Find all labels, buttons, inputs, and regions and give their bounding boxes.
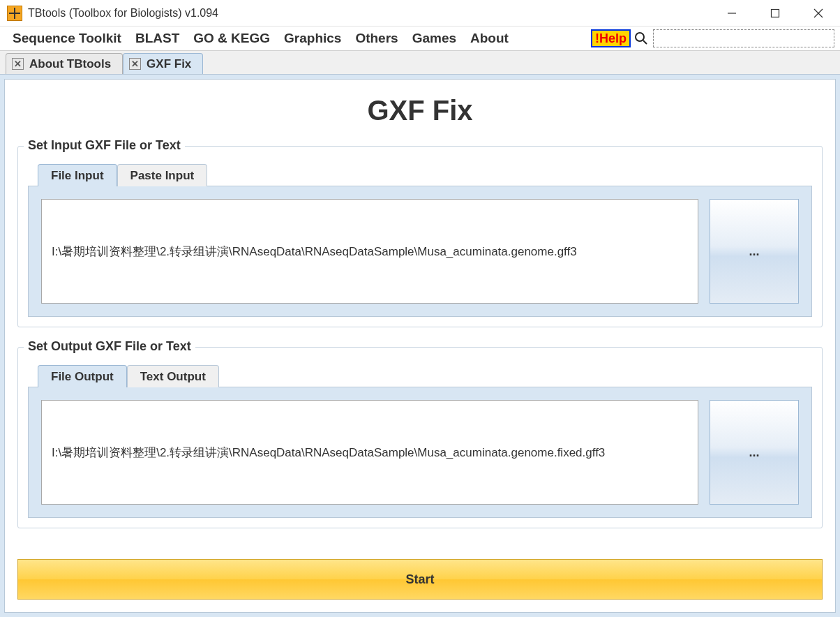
svg-point-4 [636, 33, 644, 41]
menu-go-kegg[interactable]: GO & KEGG [186, 28, 277, 49]
output-browse-button[interactable]: ... [710, 400, 799, 505]
menu-about[interactable]: About [463, 28, 516, 49]
svg-line-5 [643, 40, 647, 44]
tabstrip: ✕ About TBtools ✕ GXF Fix [0, 51, 840, 75]
tab-label: About TBtools [29, 57, 111, 71]
menubar: Sequence Toolkit BLAST GO & KEGG Graphic… [0, 27, 840, 51]
search-input[interactable] [653, 29, 834, 47]
menu-others[interactable]: Others [348, 28, 405, 49]
tab-label: GXF Fix [147, 57, 191, 71]
tab-close-icon[interactable]: ✕ [129, 58, 141, 70]
page-title: GXF Fix [17, 95, 823, 126]
subtab-paste-input[interactable]: Paste Input [117, 164, 208, 186]
menu-games[interactable]: Games [405, 28, 463, 49]
help-button[interactable]: !Help [591, 29, 631, 47]
menu-blast[interactable]: BLAST [128, 28, 186, 49]
input-file-path[interactable]: I:\暑期培训资料整理\2.转录组讲演\RNAseqData\RNAseqDat… [41, 199, 698, 304]
output-legend: Set Output GXF File or Text [24, 339, 195, 354]
input-legend: Set Input GXF File or Text [24, 138, 185, 153]
menu-sequence-toolkit[interactable]: Sequence Toolkit [6, 28, 128, 49]
minimize-button[interactable] [710, 0, 753, 27]
input-fieldset: Set Input GXF File or Text File Input Pa… [17, 146, 823, 327]
output-fieldset: Set Output GXF File or Text File Output … [17, 347, 823, 528]
input-panel: I:\暑期培训资料整理\2.转录组讲演\RNAseqData\RNAseqDat… [28, 186, 812, 317]
maximize-button[interactable] [753, 0, 797, 27]
output-panel: I:\暑期培训资料整理\2.转录组讲演\RNAseqData\RNAseqDat… [28, 387, 812, 518]
content-frame: GXF Fix Set Input GXF File or Text File … [0, 75, 840, 617]
subtab-file-output[interactable]: File Output [38, 365, 127, 387]
start-button[interactable]: Start [17, 559, 823, 600]
tab-close-icon[interactable]: ✕ [12, 58, 24, 70]
tab-about-tbtools[interactable]: ✕ About TBtools [6, 53, 123, 74]
window-title: TBtools (Toolbox for Biologists) v1.094 [28, 7, 710, 20]
svg-rect-1 [772, 9, 779, 17]
content-inner: GXF Fix Set Input GXF File or Text File … [4, 79, 836, 613]
search-icon[interactable] [633, 31, 649, 46]
titlebar: TBtools (Toolbox for Biologists) v1.094 [0, 0, 840, 27]
output-file-path[interactable]: I:\暑期培训资料整理\2.转录组讲演\RNAseqData\RNAseqDat… [41, 400, 698, 505]
subtab-text-output[interactable]: Text Output [127, 365, 219, 387]
tab-gxf-fix[interactable]: ✕ GXF Fix [123, 53, 203, 74]
app-icon [7, 6, 22, 21]
input-browse-button[interactable]: ... [710, 199, 799, 304]
subtab-file-input[interactable]: File Input [38, 164, 117, 186]
menu-graphics[interactable]: Graphics [277, 28, 348, 49]
close-button[interactable] [797, 0, 840, 27]
